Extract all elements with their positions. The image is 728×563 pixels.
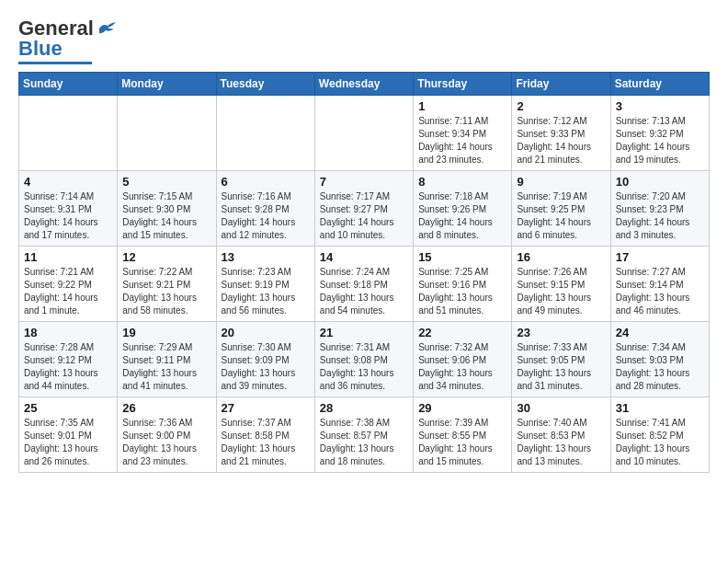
day-info: Sunrise: 7:34 AM Sunset: 9:03 PM Dayligh… — [616, 341, 704, 393]
column-headers: SundayMondayTuesdayWednesdayThursdayFrid… — [19, 73, 710, 96]
day-info: Sunrise: 7:22 AM Sunset: 9:21 PM Dayligh… — [122, 266, 210, 317]
day-number: 8 — [418, 175, 506, 189]
day-cell: 6Sunrise: 7:16 AM Sunset: 9:28 PM Daylig… — [216, 171, 314, 247]
col-header-monday: Monday — [118, 73, 216, 96]
day-info: Sunrise: 7:21 AM Sunset: 9:22 PM Dayligh… — [24, 266, 112, 317]
day-cell: 14Sunrise: 7:24 AM Sunset: 9:18 PM Dayli… — [314, 247, 413, 322]
day-number: 16 — [517, 250, 605, 264]
day-info: Sunrise: 7:11 AM Sunset: 9:34 PM Dayligh… — [418, 115, 506, 167]
day-cell: 26Sunrise: 7:36 AM Sunset: 9:00 PM Dayli… — [118, 397, 216, 473]
day-info: Sunrise: 7:13 AM Sunset: 9:32 PM Dayligh… — [616, 115, 704, 167]
week-row-4: 18Sunrise: 7:28 AM Sunset: 9:12 PM Dayli… — [19, 322, 710, 397]
day-cell: 19Sunrise: 7:29 AM Sunset: 9:11 PM Dayli… — [118, 322, 216, 397]
day-info: Sunrise: 7:38 AM Sunset: 8:57 PM Dayligh… — [320, 417, 408, 468]
day-info: Sunrise: 7:25 AM Sunset: 9:16 PM Dayligh… — [418, 266, 506, 317]
day-cell: 1Sunrise: 7:11 AM Sunset: 9:34 PM Daylig… — [414, 96, 512, 171]
day-info: Sunrise: 7:19 AM Sunset: 9:25 PM Dayligh… — [517, 190, 605, 242]
day-number: 9 — [517, 175, 605, 189]
day-cell: 22Sunrise: 7:32 AM Sunset: 9:06 PM Dayli… — [414, 322, 512, 397]
day-cell: 18Sunrise: 7:28 AM Sunset: 9:12 PM Dayli… — [19, 322, 118, 397]
day-cell: 31Sunrise: 7:41 AM Sunset: 8:52 PM Dayli… — [610, 397, 709, 473]
day-cell: 3Sunrise: 7:13 AM Sunset: 9:32 PM Daylig… — [610, 96, 709, 171]
calendar-table: SundayMondayTuesdayWednesdayThursdayFrid… — [18, 72, 710, 473]
day-number: 22 — [418, 326, 506, 339]
day-info: Sunrise: 7:24 AM Sunset: 9:18 PM Dayligh… — [320, 266, 408, 317]
logo-blue-text: Blue — [18, 39, 63, 59]
day-cell: 21Sunrise: 7:31 AM Sunset: 9:08 PM Dayli… — [314, 322, 413, 397]
day-info: Sunrise: 7:35 AM Sunset: 9:01 PM Dayligh… — [24, 417, 112, 468]
day-cell — [314, 96, 413, 171]
day-number: 12 — [122, 250, 210, 264]
day-info: Sunrise: 7:28 AM Sunset: 9:12 PM Dayligh… — [24, 341, 112, 393]
calendar-body: 1Sunrise: 7:11 AM Sunset: 9:34 PM Daylig… — [19, 96, 710, 473]
col-header-wednesday: Wednesday — [314, 73, 413, 96]
day-info: Sunrise: 7:20 AM Sunset: 9:23 PM Dayligh… — [616, 190, 704, 242]
day-info: Sunrise: 7:40 AM Sunset: 8:53 PM Dayligh… — [517, 417, 605, 468]
day-number: 10 — [616, 175, 704, 189]
day-cell: 7Sunrise: 7:17 AM Sunset: 9:27 PM Daylig… — [314, 171, 413, 247]
day-info: Sunrise: 7:39 AM Sunset: 8:55 PM Dayligh… — [418, 417, 506, 468]
day-number: 7 — [320, 175, 408, 189]
day-number: 25 — [24, 401, 112, 415]
col-header-sunday: Sunday — [19, 73, 118, 96]
col-header-saturday: Saturday — [610, 73, 709, 96]
day-info: Sunrise: 7:18 AM Sunset: 9:26 PM Dayligh… — [418, 190, 506, 242]
day-number: 27 — [222, 401, 310, 415]
day-cell: 24Sunrise: 7:34 AM Sunset: 9:03 PM Dayli… — [610, 322, 709, 397]
day-cell: 4Sunrise: 7:14 AM Sunset: 9:31 PM Daylig… — [19, 171, 118, 247]
day-number: 11 — [24, 250, 112, 264]
day-number: 17 — [616, 250, 704, 264]
day-number: 30 — [517, 401, 605, 415]
day-cell: 30Sunrise: 7:40 AM Sunset: 8:53 PM Dayli… — [512, 397, 610, 473]
day-info: Sunrise: 7:37 AM Sunset: 8:58 PM Dayligh… — [222, 417, 310, 468]
day-number: 1 — [418, 99, 506, 113]
day-cell: 25Sunrise: 7:35 AM Sunset: 9:01 PM Dayli… — [19, 397, 118, 473]
col-header-friday: Friday — [512, 73, 610, 96]
logo-underline — [18, 62, 92, 64]
logo-text: General — [18, 18, 94, 39]
day-cell: 12Sunrise: 7:22 AM Sunset: 9:21 PM Dayli… — [118, 247, 216, 322]
week-row-1: 1Sunrise: 7:11 AM Sunset: 9:34 PM Daylig… — [19, 96, 710, 171]
week-row-5: 25Sunrise: 7:35 AM Sunset: 9:01 PM Dayli… — [19, 397, 710, 473]
day-number: 31 — [616, 401, 704, 415]
day-number: 21 — [320, 326, 408, 339]
day-cell: 15Sunrise: 7:25 AM Sunset: 9:16 PM Dayli… — [414, 247, 512, 322]
day-info: Sunrise: 7:26 AM Sunset: 9:15 PM Dayligh… — [517, 266, 605, 317]
day-number: 29 — [418, 401, 506, 415]
day-info: Sunrise: 7:17 AM Sunset: 9:27 PM Dayligh… — [320, 190, 408, 242]
day-number: 23 — [517, 326, 605, 339]
col-header-thursday: Thursday — [414, 73, 512, 96]
week-row-3: 11Sunrise: 7:21 AM Sunset: 9:22 PM Dayli… — [19, 247, 710, 322]
day-number: 13 — [222, 250, 310, 264]
day-info: Sunrise: 7:23 AM Sunset: 9:19 PM Dayligh… — [222, 266, 310, 317]
day-info: Sunrise: 7:27 AM Sunset: 9:14 PM Dayligh… — [616, 266, 704, 317]
day-cell: 2Sunrise: 7:12 AM Sunset: 9:33 PM Daylig… — [512, 96, 610, 171]
day-number: 24 — [616, 326, 704, 339]
day-cell: 5Sunrise: 7:15 AM Sunset: 9:30 PM Daylig… — [118, 171, 216, 247]
day-number: 15 — [418, 250, 506, 264]
day-info: Sunrise: 7:15 AM Sunset: 9:30 PM Dayligh… — [122, 190, 210, 242]
day-info: Sunrise: 7:32 AM Sunset: 9:06 PM Dayligh… — [418, 341, 506, 393]
day-info: Sunrise: 7:12 AM Sunset: 9:33 PM Dayligh… — [517, 115, 605, 167]
day-cell — [19, 96, 118, 171]
day-cell: 11Sunrise: 7:21 AM Sunset: 9:22 PM Dayli… — [19, 247, 118, 322]
col-header-tuesday: Tuesday — [216, 73, 314, 96]
day-number: 2 — [517, 99, 605, 113]
day-info: Sunrise: 7:33 AM Sunset: 9:05 PM Dayligh… — [517, 341, 605, 393]
day-number: 5 — [122, 175, 210, 189]
day-number: 18 — [24, 326, 112, 339]
day-number: 14 — [320, 250, 408, 264]
day-cell: 8Sunrise: 7:18 AM Sunset: 9:26 PM Daylig… — [414, 171, 512, 247]
page: General Blue SundayMondayTuesdayWednesda… — [0, 0, 728, 488]
day-cell: 9Sunrise: 7:19 AM Sunset: 9:25 PM Daylig… — [512, 171, 610, 247]
day-info: Sunrise: 7:30 AM Sunset: 9:09 PM Dayligh… — [222, 341, 310, 393]
day-number: 28 — [320, 401, 408, 415]
day-cell: 29Sunrise: 7:39 AM Sunset: 8:55 PM Dayli… — [414, 397, 512, 473]
week-row-2: 4Sunrise: 7:14 AM Sunset: 9:31 PM Daylig… — [19, 171, 710, 247]
day-cell: 28Sunrise: 7:38 AM Sunset: 8:57 PM Dayli… — [314, 397, 413, 473]
day-info: Sunrise: 7:16 AM Sunset: 9:28 PM Dayligh… — [222, 190, 310, 242]
day-cell — [216, 96, 314, 171]
day-cell: 23Sunrise: 7:33 AM Sunset: 9:05 PM Dayli… — [512, 322, 610, 397]
day-info: Sunrise: 7:36 AM Sunset: 9:00 PM Dayligh… — [122, 417, 210, 468]
day-number: 19 — [122, 326, 210, 339]
